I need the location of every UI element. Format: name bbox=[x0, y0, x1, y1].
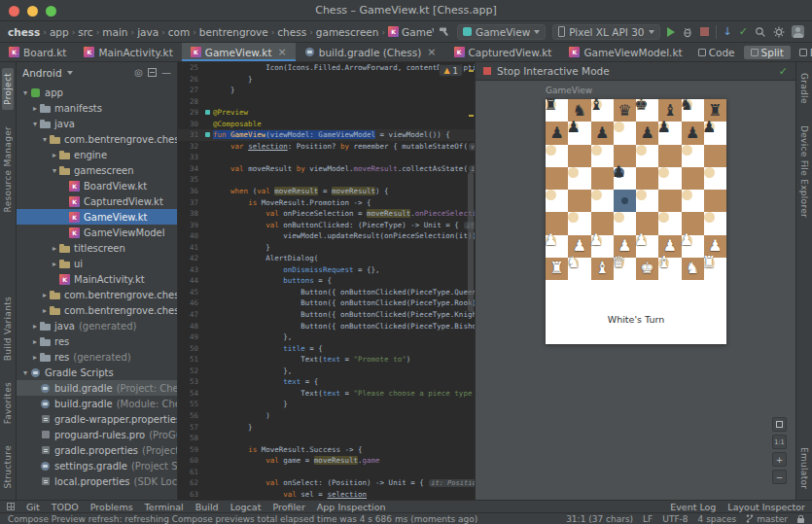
run-button[interactable] bbox=[667, 27, 675, 37]
device-select[interactable]: Pixel XL API 30 bbox=[552, 24, 659, 40]
project-tree-item-proguard-rules-pro[interactable]: proguard-rules.pro(ProGuard Rules for Ch bbox=[17, 427, 177, 442]
compose-preview-gutter-icon[interactable] bbox=[203, 129, 213, 141]
inspections-widget[interactable]: ▲ 1 bbox=[439, 64, 463, 77]
tool-window-button-build[interactable]: Build bbox=[195, 502, 219, 512]
project-tree-item-com-bentrengrove-chess[interactable]: ▾com.bentrengrove.chess bbox=[17, 131, 177, 147]
board-square[interactable] bbox=[568, 145, 590, 167]
board-square[interactable] bbox=[614, 190, 636, 212]
project-tree-item-res[interactable]: ▸res(generated) bbox=[17, 349, 177, 365]
expand-arrow-icon[interactable]: ▸ bbox=[50, 151, 59, 159]
expand-arrow-icon[interactable]: ▾ bbox=[20, 88, 30, 97]
tool-stripe-button-build-variants[interactable]: Build Variants bbox=[2, 292, 14, 366]
compose-preview-gutter-icon[interactable] bbox=[203, 107, 213, 119]
board-square[interactable] bbox=[636, 167, 658, 190]
locate-file-icon[interactable]: ◎ bbox=[134, 68, 143, 78]
breadcrumb-item[interactable]: bentrengrove bbox=[199, 26, 268, 38]
tool-window-button-event-log[interactable]: Event Log bbox=[670, 502, 716, 512]
editor-tab-build-gradle-chess[interactable]: build.gradle (Chess)× bbox=[296, 43, 445, 61]
board-square[interactable]: ♟ bbox=[682, 122, 704, 144]
warning-stripe-mark[interactable] bbox=[469, 115, 474, 117]
board-square[interactable] bbox=[614, 122, 624, 132]
editor-tab-capturedview-kt[interactable]: CapturedView.kt bbox=[445, 43, 561, 61]
settings-gear-icon[interactable] bbox=[773, 26, 785, 38]
board-square[interactable] bbox=[704, 190, 726, 212]
editor-tab-board-kt[interactable]: Board.kt bbox=[0, 43, 75, 61]
board-square[interactable] bbox=[658, 190, 681, 212]
collapse-all-icon[interactable] bbox=[148, 68, 157, 77]
board-square[interactable]: ♟ bbox=[614, 167, 624, 178]
editor-scrollbar[interactable] bbox=[467, 62, 475, 500]
project-view-selector[interactable]: Android bbox=[22, 67, 62, 79]
board-square[interactable]: ♞ bbox=[682, 99, 692, 110]
board-square[interactable]: ♟ bbox=[682, 235, 692, 246]
project-tree-item-java[interactable]: ▸java(generated) bbox=[17, 318, 177, 333]
indent-widget[interactable]: 4 spaces bbox=[698, 514, 737, 524]
board-square[interactable] bbox=[568, 167, 579, 178]
encoding-widget[interactable]: UTF-8 bbox=[662, 514, 688, 524]
project-tree-item-manifests[interactable]: ▸manifests bbox=[17, 100, 177, 116]
window-layout-icon[interactable] bbox=[7, 503, 15, 510]
project-tree-item-titlescreen[interactable]: ▸titlescreen bbox=[17, 240, 177, 256]
expand-arrow-icon[interactable]: ▸ bbox=[40, 306, 50, 315]
zoom-out-button[interactable]: − bbox=[772, 470, 787, 484]
project-tree-item-local-properties[interactable]: local.properties(SDK Location) bbox=[17, 473, 177, 489]
board-square[interactable] bbox=[682, 167, 704, 190]
tool-window-button-logcat[interactable]: Logcat bbox=[230, 502, 262, 512]
board-square[interactable]: ♟ bbox=[636, 122, 658, 144]
tool-stripe-button-favorites[interactable]: Favorites bbox=[2, 377, 14, 429]
project-tree-item-engine[interactable]: ▸engine bbox=[17, 147, 177, 162]
board-square[interactable]: ♝ bbox=[658, 258, 669, 268]
project-tree-item-com-bentrengrove-chess[interactable]: ▸com.bentrengrove.chess(test) bbox=[17, 302, 177, 318]
project-tree-item-com-bentrengrove-chess[interactable]: ▸com.bentrengrove.chess(androidTest) bbox=[17, 287, 177, 302]
board-square[interactable] bbox=[591, 167, 614, 190]
mode-button-split[interactable]: Split bbox=[744, 46, 791, 59]
board-square[interactable] bbox=[704, 145, 726, 167]
board-square[interactable] bbox=[636, 190, 647, 200]
board-square[interactable]: ♟ bbox=[636, 235, 647, 246]
board-square[interactable] bbox=[568, 212, 579, 223]
breadcrumb-item[interactable]: gamescreen bbox=[316, 26, 379, 38]
board-square[interactable] bbox=[682, 190, 692, 200]
expand-arrow-icon[interactable]: ▾ bbox=[40, 135, 50, 144]
user-avatar[interactable] bbox=[792, 25, 804, 38]
board-square[interactable]: ♜ bbox=[546, 258, 568, 280]
git-commit-icon[interactable]: ✓ bbox=[739, 26, 748, 37]
project-tree-item-boardview-kt[interactable]: BoardView.kt bbox=[17, 178, 177, 193]
board-square[interactable] bbox=[704, 167, 715, 178]
tool-stripe-button-resource-manager[interactable]: Resource Manager bbox=[2, 122, 14, 217]
editor-tab-gameviewmodel-kt[interactable]: GameViewModel.kt bbox=[560, 43, 690, 61]
project-tree-item-build-gradle[interactable]: build.gradle(Module: Chess.app) bbox=[17, 396, 177, 411]
run-configuration-select[interactable]: GameView bbox=[457, 24, 546, 40]
chess-board[interactable]: ♜♞♝♛♚♝♞♜♟♟♟♟♟♟♟♟♟♟♟♟♟♟♟♟♜♞♝♛♚♝♞♜ bbox=[546, 99, 726, 280]
breadcrumb-item[interactable]: main bbox=[102, 26, 127, 38]
zoom-actual-size-button[interactable]: 1:1 bbox=[772, 435, 787, 449]
board-square[interactable] bbox=[591, 190, 602, 200]
board-square[interactable] bbox=[658, 212, 669, 223]
tool-stripe-button-device-file-explorer[interactable]: Device File Explorer bbox=[798, 121, 810, 223]
line-separator-widget[interactable]: LF bbox=[643, 514, 653, 524]
project-tree-item-settings-gradle[interactable]: settings.gradle(Project Settings) bbox=[17, 458, 177, 473]
project-tree-item-res[interactable]: ▸res bbox=[17, 333, 177, 349]
zoom-in-button[interactable]: + bbox=[772, 452, 787, 467]
tool-stripe-button-emulator[interactable]: Emulator bbox=[798, 442, 810, 494]
board-square[interactable]: ♟ bbox=[658, 122, 669, 132]
expand-arrow-icon[interactable]: ▸ bbox=[40, 291, 50, 299]
board-square[interactable]: ♚ bbox=[636, 99, 647, 110]
preview-canvas[interactable]: GameView ♜♞♝♛♚♝♞♜♟♟♟♟♟♟♟♟♟♟♟♟♟♟♟♟♜♞♝♛♚♝♞… bbox=[476, 81, 795, 500]
board-square[interactable]: ♟ bbox=[704, 122, 715, 132]
debug-bug-icon[interactable] bbox=[682, 26, 693, 38]
project-tree-item-gameviewmodel[interactable]: GameViewModel bbox=[17, 225, 177, 240]
tool-window-button-app-inspection[interactable]: App Inspection bbox=[317, 502, 386, 512]
code-editor[interactable]: 25 Icon(Icons.Filled.ArrowForward, conte… bbox=[178, 62, 475, 500]
expand-arrow-icon[interactable]: ▾ bbox=[30, 120, 40, 128]
board-square[interactable] bbox=[546, 190, 556, 200]
board-square[interactable]: ♟ bbox=[591, 235, 602, 246]
board-square[interactable] bbox=[636, 145, 647, 156]
project-tree-item-capturedview-kt[interactable]: CapturedView.kt bbox=[17, 193, 177, 209]
tool-window-button-problems[interactable]: Problems bbox=[90, 502, 133, 512]
tool-window-button-terminal[interactable]: Terminal bbox=[145, 502, 184, 512]
expand-arrow-icon[interactable]: ▸ bbox=[50, 260, 59, 268]
editor-tab-mainactivity-kt[interactable]: MainActivity.kt bbox=[75, 43, 181, 61]
breadcrumb-item[interactable]: app bbox=[50, 26, 69, 38]
hide-panel-icon[interactable]: — bbox=[161, 68, 171, 78]
